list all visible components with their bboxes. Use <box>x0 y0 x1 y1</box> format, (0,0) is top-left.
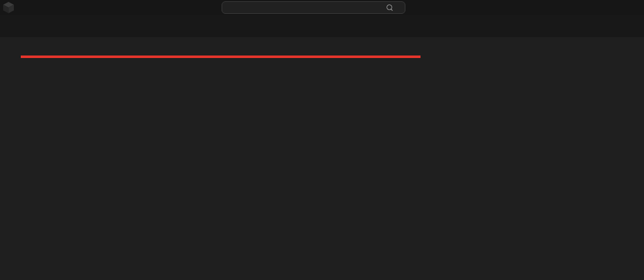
tab-bar <box>0 15 644 37</box>
annotation-red-box <box>21 55 421 58</box>
app-cube-icon <box>0 0 16 15</box>
code-area <box>0 54 644 280</box>
search-input[interactable] <box>222 1 405 14</box>
search-icon <box>387 4 393 11</box>
menu-bar <box>0 0 644 15</box>
breadcrumb <box>0 37 644 54</box>
